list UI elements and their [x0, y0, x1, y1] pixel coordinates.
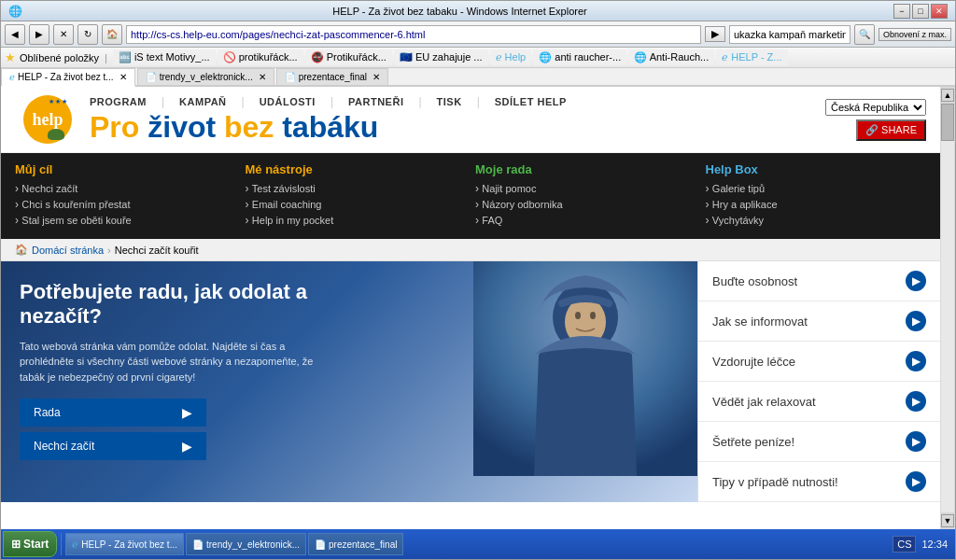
- fav-item-6[interactable]: 🌐 anti raucher-...: [533, 49, 626, 65]
- vertical-scrollbar[interactable]: ▲ ▼: [940, 87, 955, 529]
- fav-item-4[interactable]: 🇪🇺 EU zahajuje ...: [394, 49, 488, 65]
- start-button[interactable]: ⊞ Start: [3, 531, 57, 557]
- hero-body: Tato webová stránka vám pomůže odolat. N…: [20, 339, 318, 385]
- fav-item-1[interactable]: 🔤 iS text Motivy_...: [113, 49, 216, 65]
- menu-item-pocket[interactable]: Help in my pocket: [252, 215, 333, 226]
- favorites-star-icon: ★: [5, 50, 16, 64]
- sidebar-item-vedetRelaxovat[interactable]: Vědět jak relaxovat ▶: [698, 382, 940, 422]
- nav-sdilet[interactable]: SDÍLET HELP: [495, 96, 567, 107]
- favorites-label: Oblíbené položky: [20, 52, 99, 63]
- tab-trendy[interactable]: 📄 trendy_v_elektronick... ✕: [137, 68, 274, 85]
- fav-icon-7: 🌐: [634, 51, 647, 63]
- menu-col-mycil: Můj cíl Nechci začít Chci s kouřením pře…: [15, 162, 236, 230]
- sidebar-item-budteOsobnost[interactable]: Buďte osobnost ▶: [698, 261, 940, 301]
- menu-item-najit-pomoc[interactable]: Najit pomoc: [482, 183, 536, 194]
- window-title: HELP - Za život bez tabaku - Windows Int…: [26, 6, 893, 17]
- nav-kampan[interactable]: KAMPAŇ: [179, 96, 226, 107]
- fav-icon-2: 🚫: [223, 51, 236, 63]
- menu-col-nastroje: Mé nástroje Test závislosti Email coachi…: [246, 162, 467, 230]
- menu-col4-title: Help Box: [706, 162, 927, 176]
- nav-program[interactable]: PROGRAM: [90, 96, 147, 107]
- country-select[interactable]: Česká Republika: [825, 99, 926, 116]
- title-pro: Pro: [90, 110, 148, 144]
- clock: 12:34: [921, 539, 948, 550]
- share-button[interactable]: 🔗 SHARE: [856, 119, 926, 141]
- taskbar-icon-prez: 📄: [315, 539, 326, 550]
- sidebar-item-setretePenize[interactable]: Šetřete peníze! ▶: [698, 422, 940, 462]
- hero-title: Potřebujete radu, jak odolat a nezačít?: [20, 280, 318, 329]
- tab-help[interactable]: ℯ HELP - Za život bez t... ✕: [1, 68, 135, 87]
- menu-item-email-coaching[interactable]: Email coaching: [252, 199, 322, 210]
- menu-item-test[interactable]: Test závislosti: [252, 183, 316, 194]
- sidebar-item-jakSeInformovat[interactable]: Jak se informovat ▶: [698, 301, 940, 342]
- fav-icon-4: 🇪🇺: [400, 51, 413, 63]
- fav-item-8[interactable]: ℯ HELP - Z...: [716, 49, 787, 65]
- menu-item-chci-prestat[interactable]: Chci s kouřením přestat: [21, 199, 130, 210]
- refresh-max-button[interactable]: Obnovení z max.: [879, 28, 951, 41]
- menu-item-hry[interactable]: Hry a aplikace: [712, 199, 778, 210]
- hero-btn-nechci[interactable]: Nechci začít ▶: [20, 432, 206, 460]
- taskbar-prez-btn[interactable]: 📄 prezentace_final: [308, 533, 403, 555]
- fav-item-5[interactable]: ℯ Help: [490, 49, 532, 65]
- tab-prezentace[interactable]: 📄 prezentace_final ✕: [276, 68, 388, 85]
- sidebar-arrow-6: ▶: [906, 471, 926, 492]
- maximize-button[interactable]: □: [912, 4, 929, 19]
- sep1: |: [105, 52, 107, 63]
- tab-close-help[interactable]: ✕: [120, 72, 127, 82]
- menu-item-nazory[interactable]: Názory odbornika: [482, 199, 562, 210]
- sidebar-item-tipyPripadNenutnosti[interactable]: Tipy v případě nutnosti! ▶: [698, 462, 940, 502]
- fav-icon-1: 🔤: [119, 51, 132, 63]
- fav-item-2[interactable]: 🚫 protikuřáck...: [218, 49, 303, 65]
- fav-icon-3: 🚭: [311, 51, 324, 63]
- nav-partneri[interactable]: PARTNEŘI: [348, 96, 403, 107]
- go-button[interactable]: ▶: [705, 26, 725, 42]
- logo-text: help: [32, 110, 63, 130]
- menu-col-rada: Moje rada Najit pomoc Názory odbornika F…: [475, 162, 696, 230]
- share-icon: 🔗: [865, 124, 879, 136]
- menu-col-helpbox: Help Box Galerie tipů Hry a aplikace Vyc…: [706, 162, 927, 230]
- taskbar-icon-help: ℯ: [72, 539, 78, 551]
- taskbar-help-btn[interactable]: ℯ HELP - Za život bez t...: [65, 533, 184, 555]
- sidebar-arrow-4: ▶: [906, 391, 926, 412]
- forward-button[interactable]: ▶: [29, 24, 49, 45]
- close-button[interactable]: ✕: [931, 4, 948, 19]
- scroll-thumb[interactable]: [941, 104, 954, 141]
- menu-col2-title: Mé nástroje: [246, 162, 467, 176]
- sidebar-item-vzdurujteLecce[interactable]: Vzdorujte léčce ▶: [698, 342, 940, 382]
- menu-item-galerie[interactable]: Galerie tipů: [712, 183, 765, 194]
- sidebar-arrow-5: ▶: [906, 431, 926, 452]
- address-bar[interactable]: [126, 25, 701, 44]
- back-button[interactable]: ◀: [5, 24, 25, 45]
- hero-btn-rada[interactable]: Rada ▶: [20, 399, 206, 427]
- hero-btn-nechci-arrow: ▶: [182, 439, 192, 454]
- taskbar-sep: [61, 533, 62, 555]
- fav-item-3[interactable]: 🚭 Protikuřáck...: [305, 49, 392, 65]
- home-button[interactable]: 🏠: [102, 24, 122, 45]
- taskbar-trendy-btn[interactable]: 📄 trendy_v_elektronick...: [186, 533, 306, 555]
- tab-close-prez[interactable]: ✕: [373, 72, 380, 82]
- nav-udalosti[interactable]: UDÁLOSTI: [260, 96, 316, 107]
- fav-icon-6: 🌐: [539, 51, 552, 63]
- scroll-down-button[interactable]: ▼: [941, 514, 954, 527]
- fav-item-7[interactable]: 🌐 Anti-Rauch...: [628, 49, 714, 65]
- site-logo[interactable]: ★ ★ ★ help: [15, 91, 80, 147]
- menu-item-nechci-zacit[interactable]: Nechci začít: [21, 183, 77, 194]
- tab-close-trendy[interactable]: ✕: [259, 72, 266, 82]
- menu-item-obet[interactable]: Stal jsem se oběti kouře: [21, 215, 131, 226]
- scroll-up-button[interactable]: ▲: [941, 89, 954, 102]
- nav-tisk[interactable]: TISK: [437, 96, 462, 107]
- sidebar-arrow-1: ▶: [906, 271, 926, 291]
- search-box[interactable]: [729, 25, 851, 44]
- menu-item-faq[interactable]: FAQ: [482, 215, 502, 226]
- browser-icon: 🌐: [8, 5, 22, 18]
- menu-item-vychytavky[interactable]: Vychytávky: [712, 215, 764, 226]
- search-button[interactable]: 🔍: [854, 24, 875, 45]
- breadcrumb-home[interactable]: Domácí stránka: [32, 245, 104, 256]
- site-title: Pro život bez tabáku: [90, 110, 378, 144]
- tab-icon-help: ℯ: [9, 72, 15, 82]
- breadcrumb-current: Nechci začít kouřit: [115, 245, 199, 256]
- refresh-button[interactable]: ↻: [77, 24, 98, 45]
- minimize-button[interactable]: −: [893, 4, 910, 19]
- stop-button[interactable]: ✕: [53, 24, 74, 45]
- tab-icon-prez: 📄: [285, 72, 296, 82]
